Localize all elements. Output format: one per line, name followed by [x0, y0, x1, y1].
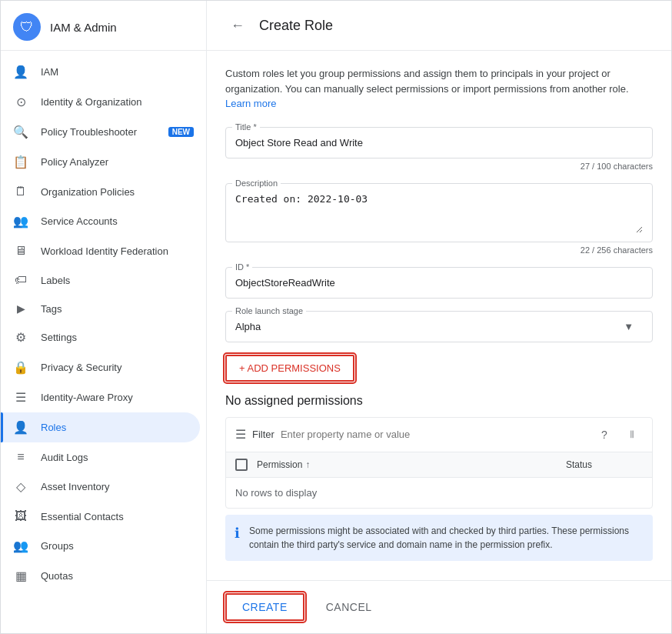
app-layout: 🛡 IAM & Admin 👤 IAM ⊙ Identity & Organiz…	[1, 1, 671, 633]
sidebar-item-label: Groups	[41, 540, 194, 552]
role-launch-fieldset: Role launch stage Alpha Beta General Ava…	[225, 311, 653, 342]
active-indicator	[1, 412, 3, 442]
columns-icon[interactable]: ⫴	[621, 424, 643, 445]
sidebar-header: 🛡 IAM & Admin	[1, 1, 206, 51]
sidebar-item-organization-policies[interactable]: 🗒 Organization Policies	[1, 177, 206, 206]
title-input[interactable]	[235, 134, 643, 152]
sidebar-item-roles[interactable]: 👤 Roles	[1, 412, 200, 442]
sidebar-item-label: Tags	[41, 303, 194, 315]
table-toolbar-icons: ? ⫴	[594, 424, 643, 445]
permission-column-header: Permission ↑	[257, 459, 560, 470]
sidebar-item-label: Quotas	[41, 570, 194, 582]
title-label: Title *	[232, 122, 260, 132]
id-field-group: ID *	[225, 267, 653, 299]
page-header: ← Create Role	[207, 1, 671, 51]
app-icon: 🛡	[13, 13, 41, 41]
sidebar-item-label: Policy Troubleshooter	[41, 126, 151, 138]
id-fieldset: ID *	[225, 267, 653, 299]
privacy-icon: 🔒	[13, 360, 28, 375]
sidebar: 🛡 IAM & Admin 👤 IAM ⊙ Identity & Organiz…	[1, 1, 207, 633]
help-icon[interactable]: ?	[594, 424, 615, 445]
iam-icon: 👤	[13, 65, 28, 79]
quotas-icon: ▦	[13, 569, 28, 583]
workload-icon: 🖥	[13, 244, 28, 258]
info-description: Custom roles let you group permissions a…	[225, 66, 653, 112]
tags-icon: ▶	[13, 302, 28, 315]
asset-icon: ◇	[13, 479, 28, 494]
no-rows-message: No rows to display	[226, 478, 652, 508]
service-accounts-icon: 👥	[13, 214, 28, 229]
sidebar-item-label: Service Accounts	[41, 215, 194, 227]
sidebar-item-label: Identity-Aware Proxy	[41, 392, 194, 403]
sidebar-item-privacy-security[interactable]: 🔒 Privacy & Security	[1, 352, 206, 382]
settings-icon: ⚙	[13, 330, 28, 345]
filter-input[interactable]	[281, 429, 587, 440]
contacts-icon: 🖼	[13, 509, 28, 523]
app-window: 🛡 IAM & Admin 👤 IAM ⊙ Identity & Organiz…	[0, 0, 672, 634]
labels-icon: 🏷	[13, 273, 28, 287]
title-char-count: 27 / 100 characters	[225, 162, 653, 171]
sidebar-item-label: Asset Inventory	[41, 481, 194, 492]
sidebar-item-label: Audit Logs	[41, 452, 194, 463]
title-fieldset: Title *	[225, 127, 653, 158]
roles-icon: 👤	[13, 420, 28, 435]
sidebar-item-label: Settings	[41, 332, 194, 343]
sidebar-nav: 👤 IAM ⊙ Identity & Organization 🔍 Policy…	[1, 51, 206, 633]
permissions-table: ☰ Filter ? ⫴ Permission	[225, 417, 653, 509]
learn-more-link[interactable]: Learn more	[225, 98, 276, 109]
description-field-group: Description Created on: 2022-10-03 22 / …	[225, 183, 653, 255]
description-input[interactable]: Created on: 2022-10-03	[235, 190, 643, 233]
sidebar-item-identity-organization[interactable]: ⊙ Identity & Organization	[1, 87, 206, 117]
sidebar-item-label: Identity & Organization	[41, 96, 194, 108]
sidebar-item-quotas[interactable]: ▦ Quotas	[1, 561, 206, 591]
sidebar-item-identity-aware-proxy[interactable]: ☰ Identity-Aware Proxy	[1, 382, 206, 412]
sidebar-item-label: Labels	[41, 275, 194, 286]
new-badge: NEW	[168, 127, 194, 137]
sidebar-item-iam[interactable]: 👤 IAM	[1, 57, 206, 87]
cancel-button[interactable]: CANCEL	[311, 595, 388, 619]
info-banner-text: Some permissions might be associated wit…	[249, 524, 644, 552]
status-column-header: Status	[566, 459, 643, 470]
role-launch-group: Role launch stage Alpha Beta General Ava…	[225, 311, 653, 342]
main-body: Custom roles let you group permissions a…	[207, 51, 671, 580]
role-launch-label: Role launch stage	[232, 306, 306, 315]
sidebar-item-settings[interactable]: ⚙ Settings	[1, 322, 206, 352]
sidebar-item-service-accounts[interactable]: 👥 Service Accounts	[1, 206, 206, 236]
sidebar-title: IAM & Admin	[50, 21, 117, 34]
role-launch-select[interactable]: Alpha Beta General Availability Disabled	[235, 318, 643, 335]
title-field-group: Title * 27 / 100 characters	[225, 127, 653, 171]
header-checkbox-cell	[235, 459, 251, 471]
add-permissions-button[interactable]: + ADD PERMISSIONS	[225, 355, 354, 382]
sidebar-item-labels[interactable]: 🏷 Labels	[1, 265, 206, 295]
description-fieldset: Description Created on: 2022-10-03	[225, 183, 653, 242]
sidebar-item-label: Policy Analyzer	[41, 156, 194, 168]
iap-icon: ☰	[13, 390, 28, 405]
back-button[interactable]: ←	[225, 13, 250, 38]
id-input[interactable]	[235, 274, 643, 292]
table-toolbar: ☰ Filter ? ⫴	[226, 418, 652, 452]
select-all-checkbox[interactable]	[235, 459, 248, 471]
analyzer-icon: 📋	[13, 155, 28, 169]
description-label: Description	[232, 179, 281, 188]
sidebar-item-label: Roles	[41, 422, 188, 433]
create-button[interactable]: CREATE	[225, 593, 304, 621]
filter-label: Filter	[252, 429, 274, 440]
no-permissions-title: No assigned permissions	[225, 394, 653, 408]
table-header: Permission ↑ Status	[226, 452, 652, 478]
sidebar-item-workload-identity[interactable]: 🖥 Workload Identity Federation	[1, 236, 206, 265]
sort-icon[interactable]: ↑	[305, 459, 310, 470]
info-banner: ℹ Some permissions might be associated w…	[225, 515, 653, 561]
id-label: ID *	[232, 262, 252, 272]
sidebar-item-essential-contacts[interactable]: 🖼 Essential Contacts	[1, 502, 206, 531]
identity-icon: ⊙	[13, 95, 28, 109]
sidebar-item-label: Workload Identity Federation	[41, 245, 194, 257]
sidebar-item-tags[interactable]: ▶ Tags	[1, 295, 206, 322]
sidebar-item-label: IAM	[41, 66, 194, 78]
sidebar-item-policy-troubleshooter[interactable]: 🔍 Policy Troubleshooter NEW	[1, 117, 206, 147]
sidebar-item-policy-analyzer[interactable]: 📋 Policy Analyzer	[1, 147, 206, 177]
sidebar-item-audit-logs[interactable]: ≡ Audit Logs	[1, 442, 206, 472]
sidebar-item-groups[interactable]: 👥 Groups	[1, 531, 206, 561]
sidebar-item-asset-inventory[interactable]: ◇ Asset Inventory	[1, 472, 206, 502]
sidebar-item-label: Organization Policies	[41, 186, 194, 198]
description-char-count: 22 / 256 characters	[225, 245, 653, 255]
